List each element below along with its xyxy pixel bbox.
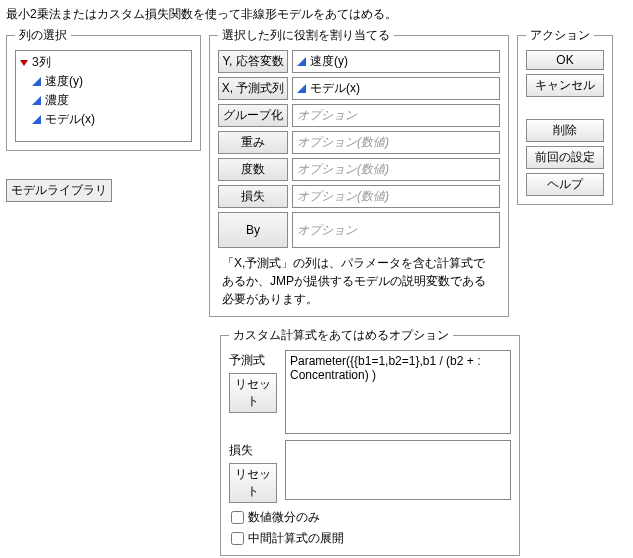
continuous-icon — [297, 57, 306, 66]
group-role-slot[interactable]: オプション — [292, 104, 500, 127]
assign-roles-legend: 選択した列に役割を割り当てる — [218, 27, 394, 44]
cancel-button[interactable]: キャンセル — [526, 74, 604, 97]
group-role-button[interactable]: グループ化 — [218, 104, 288, 127]
assign-roles-group: 選択した列に役割を割り当てる Y, 応答変数 速度(y) X, 予測式列 モデル… — [209, 27, 509, 317]
column-count-label: 3列 — [32, 54, 51, 71]
disclosure-triangle-icon[interactable] — [20, 60, 28, 66]
list-item[interactable]: 濃度 — [18, 91, 189, 110]
x-role-value: モデル(x) — [310, 80, 360, 97]
help-button[interactable]: ヘルプ — [526, 173, 604, 196]
remove-button[interactable]: 削除 — [526, 119, 604, 142]
actions-legend: アクション — [526, 27, 594, 44]
x-role-slot[interactable]: モデル(x) — [292, 77, 500, 100]
custom-formula-group: カスタム計算式をあてはめるオプション 予測式 リセット Parameter({{… — [220, 327, 520, 556]
by-role-slot[interactable]: オプション — [292, 212, 500, 248]
loss-label: 損失 — [229, 440, 279, 459]
freq-role-slot[interactable]: オプション(数値) — [292, 158, 500, 181]
column-listbox[interactable]: 3列 速度(y) 濃度 モデル(x) — [15, 50, 192, 142]
weight-role-button[interactable]: 重み — [218, 131, 288, 154]
column-select-group: 列の選択 3列 速度(y) 濃度 モデル(x) — [6, 27, 201, 151]
pred-reset-button[interactable]: リセット — [229, 373, 277, 413]
list-item-label: 濃度 — [45, 92, 69, 109]
loss-reset-button[interactable]: リセット — [229, 463, 277, 503]
by-role-placeholder: オプション — [297, 222, 357, 239]
continuous-icon — [297, 84, 306, 93]
continuous-icon — [32, 77, 41, 86]
loss-role-slot[interactable]: オプション(数値) — [292, 185, 500, 208]
previous-settings-button[interactable]: 前回の設定 — [526, 146, 604, 169]
intro-text: 最小2乗法またはカスタム損失関数を使って非線形モデルをあてはめる。 — [6, 6, 627, 23]
loss-formula-textarea[interactable] — [285, 440, 511, 500]
group-role-placeholder: オプション — [297, 107, 357, 124]
x-role-button[interactable]: X, 予測式列 — [218, 77, 288, 100]
list-item-label: 速度(y) — [45, 73, 83, 90]
continuous-icon — [32, 96, 41, 105]
weight-role-slot[interactable]: オプション(数値) — [292, 131, 500, 154]
ok-button[interactable]: OK — [526, 50, 604, 70]
list-item-label: モデル(x) — [45, 111, 95, 128]
pred-label: 予測式 — [229, 350, 279, 369]
column-select-legend: 列の選択 — [15, 27, 71, 44]
numeric-deriv-label: 数値微分のみ — [248, 509, 320, 526]
actions-group: アクション OK キャンセル 削除 前回の設定 ヘルプ — [517, 27, 613, 205]
loss-role-button[interactable]: 損失 — [218, 185, 288, 208]
column-count-row[interactable]: 3列 — [18, 53, 189, 72]
freq-role-button[interactable]: 度数 — [218, 158, 288, 181]
pred-formula-textarea[interactable]: Parameter({{b1=1,b2=1},b1 / (b2 + : Conc… — [285, 350, 511, 434]
y-role-slot[interactable]: 速度(y) — [292, 50, 500, 73]
loss-role-placeholder: オプション(数値) — [297, 188, 389, 205]
y-role-button[interactable]: Y, 応答変数 — [218, 50, 288, 73]
expand-checkbox[interactable] — [231, 532, 244, 545]
continuous-icon — [32, 115, 41, 124]
assign-note: 「X,予測式」の列は、パラメータを含む計算式であるか、JMPが提供するモデルの説… — [218, 254, 500, 308]
list-item[interactable]: 速度(y) — [18, 72, 189, 91]
expand-label: 中間計算式の展開 — [248, 530, 344, 547]
list-item[interactable]: モデル(x) — [18, 110, 189, 129]
custom-formula-legend: カスタム計算式をあてはめるオプション — [229, 327, 453, 344]
numeric-deriv-checkbox[interactable] — [231, 511, 244, 524]
by-role-button[interactable]: By — [218, 212, 288, 248]
model-library-button[interactable]: モデルライブラリ — [6, 179, 112, 202]
freq-role-placeholder: オプション(数値) — [297, 161, 389, 178]
weight-role-placeholder: オプション(数値) — [297, 134, 389, 151]
y-role-value: 速度(y) — [310, 53, 348, 70]
